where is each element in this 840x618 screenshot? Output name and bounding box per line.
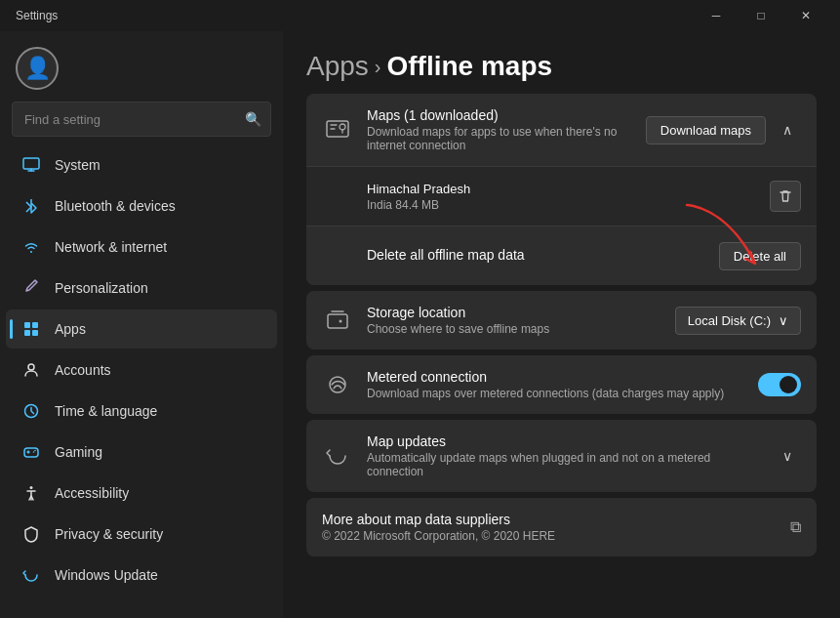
updates-action: ∨ <box>774 442 801 470</box>
maps-card-action: Download maps ∧ <box>646 116 801 144</box>
svg-rect-2 <box>32 322 38 328</box>
sidebar-item-label: Privacy & security <box>55 526 163 542</box>
svg-point-9 <box>34 450 36 452</box>
maximize-button[interactable]: □ <box>739 0 783 31</box>
sidebar-item-label: System <box>55 157 100 173</box>
breadcrumb-separator: › <box>375 56 381 78</box>
minimize-button[interactable]: ─ <box>694 0 739 31</box>
sidebar-item-label: Gaming <box>55 444 102 460</box>
updates-row: Map updates Automatically update maps wh… <box>306 420 817 492</box>
storage-icon <box>322 305 353 336</box>
storage-title: Storage location <box>367 305 661 320</box>
app-title: Settings <box>16 9 58 22</box>
breadcrumb-parent: Apps <box>306 51 369 82</box>
svg-point-8 <box>33 451 35 453</box>
sidebar-item-network[interactable]: Network & internet <box>6 227 277 267</box>
bluetooth-icon <box>21 196 41 216</box>
search-icon: 🔍 <box>245 111 261 127</box>
titlebar: Settings ─ □ ✕ <box>0 0 840 31</box>
external-link-icon: ⧉ <box>790 518 801 536</box>
sidebar-item-accounts[interactable]: Accounts <box>6 350 277 390</box>
svg-point-12 <box>340 124 345 130</box>
sidebar: 👤 🔍 System Bluetooth & devices Network &… <box>0 31 283 618</box>
delete-all-row: Delete all offline map data Delete all <box>306 227 817 285</box>
storage-select-value: Local Disk (C:) <box>688 313 771 328</box>
delete-map-button[interactable] <box>770 181 801 212</box>
storage-text: Storage location Choose where to save of… <box>367 305 661 336</box>
metered-card: Metered connection Download maps over me… <box>306 355 817 414</box>
maps-header-row: Maps (1 downloaded) Download maps for ap… <box>306 94 817 167</box>
network-icon <box>21 237 41 257</box>
sidebar-item-label: Accessibility <box>55 485 129 501</box>
sidebar-item-gaming[interactable]: Gaming <box>6 433 277 472</box>
metered-toggle[interactable] <box>758 373 801 396</box>
time-icon <box>21 401 41 421</box>
storage-action: Local Disk (C:) ∨ <box>675 307 801 335</box>
content-area: Apps › Offline maps Maps (1 downloaded) … <box>283 31 840 618</box>
updates-title: Map updates <box>367 433 760 449</box>
metered-icon <box>322 369 353 400</box>
about-subtitle: © 2022 Microsoft Corporation, © 2020 HER… <box>322 529 777 543</box>
updates-text: Map updates Automatically update maps wh… <box>367 433 760 478</box>
search-box: 🔍 <box>12 102 271 137</box>
page-title: Offline maps <box>387 51 553 82</box>
sidebar-item-personalization[interactable]: Personalization <box>6 268 277 308</box>
maps-card-subtitle: Download maps for apps to use when there… <box>367 125 632 152</box>
maps-collapse-button[interactable]: ∧ <box>774 116 801 144</box>
search-input[interactable] <box>12 102 271 137</box>
about-title: More about map data suppliers <box>322 512 777 527</box>
himachal-row: Himachal Pradesh India 84.4 MB <box>306 167 817 227</box>
close-button[interactable]: ✕ <box>783 0 828 31</box>
window-controls: ─ □ ✕ <box>694 0 828 31</box>
metered-row: Metered connection Download maps over me… <box>306 355 817 414</box>
sidebar-item-label: Apps <box>55 321 86 337</box>
update-icon <box>21 565 41 585</box>
metered-action <box>758 373 801 396</box>
svg-point-5 <box>28 364 34 370</box>
svg-rect-3 <box>24 330 30 336</box>
sidebar-item-label: Windows Update <box>55 567 158 583</box>
content-wrapper: Apps › Offline maps Maps (1 downloaded) … <box>306 51 817 556</box>
updates-chevron-button[interactable]: ∨ <box>774 442 801 470</box>
delete-all-text: Delete all offline map data <box>367 247 705 265</box>
breadcrumb: Apps › Offline maps <box>306 51 817 82</box>
svg-point-10 <box>30 486 33 489</box>
system-icon <box>21 155 41 175</box>
sidebar-item-bluetooth[interactable]: Bluetooth & devices <box>6 186 277 226</box>
sidebar-item-privacy[interactable]: Privacy & security <box>6 515 277 554</box>
sidebar-item-update[interactable]: Windows Update <box>6 556 277 595</box>
personalization-icon <box>21 278 41 298</box>
svg-rect-4 <box>32 330 38 336</box>
maps-card-title: Maps (1 downloaded) <box>367 107 632 123</box>
metered-text: Metered connection Download maps over me… <box>367 369 744 400</box>
about-row: More about map data suppliers © 2022 Mic… <box>306 498 817 556</box>
storage-chevron-icon: ∨ <box>779 313 788 328</box>
maps-card: Maps (1 downloaded) Download maps for ap… <box>306 94 817 285</box>
sidebar-item-label: Bluetooth & devices <box>55 198 176 214</box>
himachal-text: Himachal Pradesh India 84.4 MB <box>367 182 756 212</box>
maps-card-icon <box>322 114 353 145</box>
storage-select-button[interactable]: Local Disk (C:) ∨ <box>675 307 801 335</box>
delete-all-title: Delete all offline map data <box>367 247 705 263</box>
toggle-thumb <box>780 376 797 393</box>
sidebar-item-accessibility[interactable]: Accessibility <box>6 474 277 513</box>
delete-all-button[interactable]: Delete all <box>719 242 801 270</box>
sidebar-item-apps[interactable]: Apps <box>6 309 277 349</box>
about-text: More about map data suppliers © 2022 Mic… <box>322 512 777 543</box>
download-maps-button[interactable]: Download maps <box>646 116 766 144</box>
accounts-icon <box>21 360 41 380</box>
himachal-icon <box>322 181 353 212</box>
sidebar-item-time[interactable]: Time & language <box>6 391 277 431</box>
himachal-action <box>770 181 801 212</box>
sidebar-item-label: Accounts <box>55 362 111 378</box>
sidebar-item-label: Network & internet <box>55 239 167 255</box>
delete-all-action: Delete all <box>719 242 801 270</box>
svg-point-14 <box>340 320 342 323</box>
accessibility-icon <box>21 483 41 503</box>
svg-rect-1 <box>24 322 30 328</box>
himachal-subtitle: India 84.4 MB <box>367 198 756 212</box>
sidebar-item-label: Time & language <box>55 403 157 419</box>
sidebar-item-system[interactable]: System <box>6 145 277 185</box>
about-action: ⧉ <box>790 518 801 536</box>
svg-rect-7 <box>24 448 38 457</box>
